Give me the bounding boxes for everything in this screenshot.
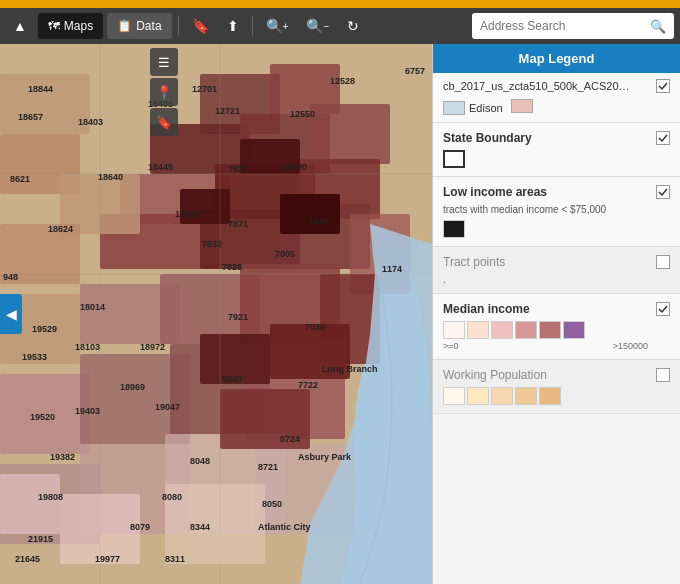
section-cb: cb_2017_us_zcta510_500k_ACS2017_... Edis… <box>433 73 680 123</box>
map-label: 8311 <box>165 554 185 564</box>
map-svg <box>0 44 432 584</box>
map-label: 8724 <box>280 434 300 444</box>
working-population-row: Working Population <box>443 368 670 405</box>
bookmark-button[interactable]: 🔖 <box>185 13 216 39</box>
svg-rect-13 <box>0 74 90 134</box>
map-label: 18403 <box>78 117 103 127</box>
tract-points-title: Tract points <box>443 255 505 269</box>
map-label: 8621 <box>10 174 30 184</box>
swatch-1 <box>443 321 465 339</box>
map-label: 12701 <box>192 84 217 94</box>
location-button[interactable]: 📍 <box>150 78 178 106</box>
map-label: 7832 <box>202 239 222 249</box>
location-icon: 📍 <box>156 85 172 100</box>
bookmark-icon: 🔖 <box>156 115 172 130</box>
refresh-button[interactable]: ↻ <box>340 13 366 39</box>
toolbar: ▲ 🗺 Maps 📋 Data 🔖 ⬆ 🔍+ 🔍− ↻ 🔍 <box>0 8 680 44</box>
maps-button[interactable]: 🗺 Maps <box>38 13 103 39</box>
map-label: Atlantic City <box>258 522 311 532</box>
map-label: 21645 <box>15 554 40 564</box>
section-state-boundary: State Boundary <box>433 123 680 177</box>
legend-header: Map Legend <box>433 44 680 73</box>
up-button[interactable]: ▲ <box>6 13 34 39</box>
map-label: 8050 <box>262 499 282 509</box>
search-input[interactable] <box>472 15 642 37</box>
low-income-checkbox[interactable] <box>656 185 670 199</box>
map-label: 7871 <box>228 219 248 229</box>
map-label: 6757 <box>405 66 425 76</box>
working-population-checkbox[interactable] <box>656 368 670 382</box>
left-nav: ◀ <box>0 294 22 334</box>
map-label: 12550 <box>290 109 315 119</box>
wp-swatch-4 <box>515 387 537 405</box>
map-label: 18972 <box>140 342 165 352</box>
zoom-in-button[interactable]: 🔍+ <box>259 13 296 39</box>
layers-icon: ☰ <box>158 55 170 70</box>
low-income-swatches <box>443 220 606 238</box>
bookmark-map-button[interactable]: 🔖 <box>150 108 178 136</box>
median-income-row: Median income >=0 >150000 <box>443 302 670 351</box>
low-income-row: Low income areas tracts with median inco… <box>443 185 670 238</box>
data-button[interactable]: 📋 Data <box>107 13 171 39</box>
median-income-swatches <box>443 321 648 339</box>
wp-swatch-5 <box>539 387 561 405</box>
layers-button[interactable]: ☰ <box>150 48 178 76</box>
map-label: 19808 <box>38 492 63 502</box>
map-tools: ☰ 📍 🔖 <box>146 44 182 140</box>
median-income-label-right: >150000 <box>613 341 648 351</box>
map-label: 18302 <box>175 209 200 219</box>
low-income-subtitle: tracts with median income < $75,000 <box>443 204 606 215</box>
map-label: 8344 <box>190 522 210 532</box>
cb-subitems: Edison <box>443 99 670 116</box>
median-income-checkbox[interactable] <box>656 302 670 316</box>
map-label: 19047 <box>155 402 180 412</box>
edison-swatch <box>443 101 465 115</box>
swatch-2 <box>467 321 489 339</box>
map-label: 7828 <box>222 262 242 272</box>
zoom-in-icon: 🔍 <box>266 18 283 34</box>
maps-label: Maps <box>64 19 93 33</box>
map-canvas: 1884418657127011252867571840512721125501… <box>0 44 432 584</box>
wp-swatch-1 <box>443 387 465 405</box>
map-label: 19382 <box>50 452 75 462</box>
swatch-6 <box>563 321 585 339</box>
state-boundary-checkbox[interactable] <box>656 131 670 145</box>
edison-label: Edison <box>469 102 503 114</box>
map-area[interactable]: 1884418657127011252867571840512721125501… <box>0 44 432 584</box>
state-boundary-swatches <box>443 150 532 168</box>
map-label: 18969 <box>120 382 145 392</box>
map-label: 7722 <box>298 380 318 390</box>
data-label: Data <box>136 19 161 33</box>
map-label: 19520 <box>30 412 55 422</box>
separator-1 <box>178 16 179 36</box>
map-label: 18657 <box>18 112 43 122</box>
side-panel: Map Legend cb_2017_us_zcta510_500k_ACS20… <box>432 44 680 584</box>
map-label: 12721 <box>215 106 240 116</box>
zoom-out-icon: 🔍 <box>306 18 323 34</box>
tract-points-checkbox[interactable] <box>656 255 670 269</box>
cb-checkbox[interactable] <box>656 79 670 93</box>
map-label: 10990 <box>282 162 307 172</box>
maps-icon: 🗺 <box>48 19 60 33</box>
svg-rect-5 <box>310 104 390 164</box>
map-label: 7430 <box>308 216 328 226</box>
swatch-5 <box>539 321 561 339</box>
share-button[interactable]: ⬆ <box>220 13 246 39</box>
median-income-labels: >=0 >150000 <box>443 341 648 351</box>
map-label: 948 <box>3 272 18 282</box>
swatch-4 <box>515 321 537 339</box>
map-label: 18624 <box>48 224 73 234</box>
svg-rect-33 <box>280 194 340 234</box>
left-nav-button[interactable]: ◀ <box>0 294 22 334</box>
map-label: 19403 <box>75 406 100 416</box>
search-icon: 🔍 <box>650 19 666 34</box>
search-box: 🔍 <box>472 13 674 39</box>
search-button[interactable]: 🔍 <box>642 15 674 38</box>
working-population-title: Working Population <box>443 368 648 382</box>
map-label: 12528 <box>330 76 355 86</box>
zoom-out-button[interactable]: 🔍− <box>299 13 336 39</box>
wp-swatch-2 <box>467 387 489 405</box>
map-label: 7036 <box>305 322 325 332</box>
main-content: 1884418657127011252867571840512721125501… <box>0 44 680 584</box>
checkmark-icon-4 <box>658 304 668 314</box>
